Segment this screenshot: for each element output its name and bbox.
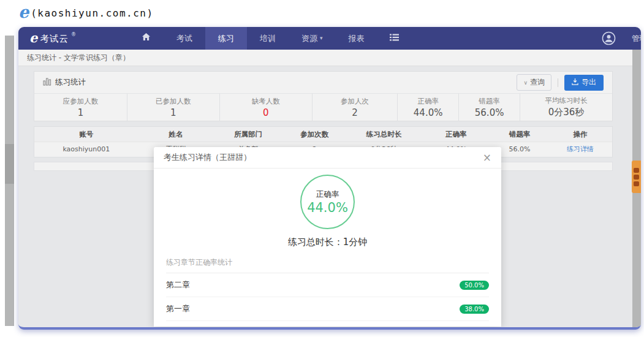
student-detail-modal: 考生练习详情（王甜甜） × 正确率 44.0% 练习总时长：1分钟 练习章节正确… <box>154 147 501 327</box>
left-scrollbar[interactable] <box>5 36 14 326</box>
nav-item-reports[interactable]: 报表 <box>335 27 377 50</box>
nav-user-label[interactable]: 管理 <box>632 27 641 50</box>
brand-name: 考试云 <box>40 32 69 45</box>
nav-item-training[interactable]: 培训 <box>247 27 289 50</box>
widget-glyph-icon <box>634 168 639 173</box>
chapter-name: 第二章 <box>166 279 190 290</box>
chapter-section-title: 练习章节正确率统计 <box>166 257 489 273</box>
chapter-stats-section: 练习章节正确率统计 第二章 50.0% 第一章 38.0% <box>166 257 489 321</box>
nav-item-resources-label: 资源 <box>301 27 317 50</box>
nav-item-exam[interactable]: 考试 <box>164 27 205 50</box>
site-header: e (kaoshiyun.com.cn) <box>18 4 154 20</box>
accuracy-circle: 正确率 44.0% <box>300 175 355 229</box>
top-navbar: e 考试云 ® 考试 练习 培训 资源 ▾ 报表 <box>18 27 641 50</box>
left-scrollbar-thumb[interactable] <box>5 144 14 184</box>
nav-item-home[interactable] <box>129 27 164 50</box>
nav-item-list-view[interactable] <box>377 27 412 50</box>
app-window: e 考试云 ® 考试 练习 培训 资源 ▾ 报表 <box>18 27 641 330</box>
brand-logo-icon: e <box>29 32 37 44</box>
nav-item-resources[interactable]: 资源 ▾ <box>289 27 336 50</box>
user-avatar-icon[interactable] <box>602 31 616 48</box>
chapter-row: 第二章 50.0% <box>166 273 489 297</box>
list-icon <box>390 27 399 50</box>
home-icon <box>142 27 151 50</box>
widget-glyph-icon <box>634 181 639 186</box>
floating-contact-widget[interactable] <box>632 161 641 193</box>
nav-menu: 考试 练习 培训 资源 ▾ 报表 <box>129 27 412 50</box>
modal-header: 考生练习详情（王甜甜） × <box>154 147 501 168</box>
chevron-down-icon: ▾ <box>320 27 323 50</box>
close-icon[interactable]: × <box>483 153 491 163</box>
accuracy-circle-label: 正确率 <box>316 189 339 200</box>
chapter-rate-badge: 50.0% <box>460 281 489 290</box>
total-practice-time: 练习总时长：1分钟 <box>154 237 501 248</box>
modal-title: 考生练习详情（王甜甜） <box>164 152 251 163</box>
widget-glyph-icon <box>634 175 639 180</box>
brand[interactable]: e 考试云 ® <box>29 32 76 45</box>
screenshot-canvas: e (kaoshiyun.com.cn) e 考试云 ® 考试 练习 培训 <box>0 0 644 337</box>
brand-registered-mark: ® <box>71 32 76 38</box>
site-domain-label: (kaoshiyun.com.cn) <box>31 6 153 19</box>
accuracy-circle-value: 44.0% <box>307 200 348 215</box>
site-logo-icon: e <box>18 4 29 20</box>
nav-item-practice[interactable]: 练习 <box>205 27 247 50</box>
chapter-row: 第一章 38.0% <box>166 297 489 321</box>
chapter-name: 第一章 <box>166 303 190 314</box>
chapter-rate-badge: 38.0% <box>460 305 489 314</box>
